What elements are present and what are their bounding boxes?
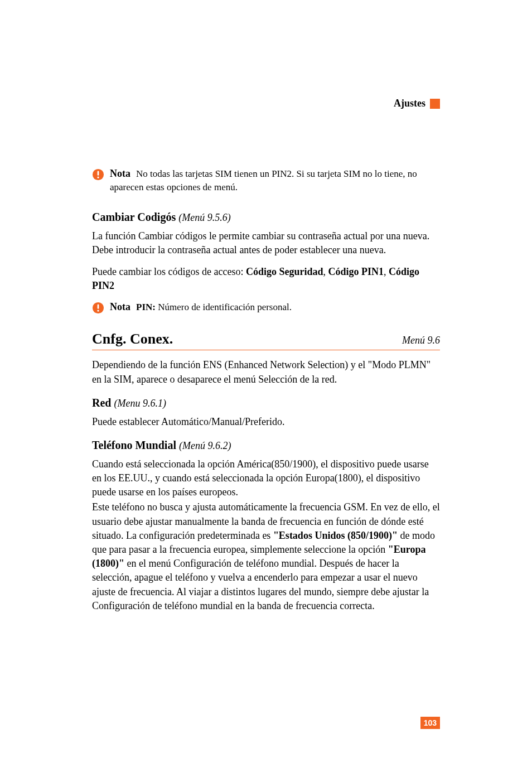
subheading-telefono-mundial: Teléfono Mundial (Menú 9.6.2) xyxy=(92,439,440,452)
note-label: Nota xyxy=(110,168,130,179)
note-rest: Número de identificación personal. xyxy=(156,302,292,312)
note-body: Nota No todas las tarjetas SIM tienen un… xyxy=(110,167,440,194)
subheading-text: Red xyxy=(92,397,111,409)
svg-rect-4 xyxy=(98,305,99,309)
svg-point-5 xyxy=(97,310,99,312)
paragraph-s3-p1: Puede establecer Automático/Manual/Prefe… xyxy=(92,415,440,429)
note-text: No todas las tarjetas SIM tienen un PIN2… xyxy=(110,168,417,192)
svg-rect-1 xyxy=(98,171,99,176)
paragraph-s1-p1: La función Cambiar códigos le permite ca… xyxy=(92,229,440,257)
paragraph-s2-p1: Dependiendo de la función ENS (Enhanced … xyxy=(92,358,440,386)
page-number: 103 xyxy=(420,717,440,729)
header-accent-square xyxy=(430,99,440,109)
subheading-cambiar-codigos: Cambiar Codigós (Menú 9.5.6) xyxy=(92,211,440,224)
alert-icon xyxy=(92,302,104,314)
note-body: Nota PIN: Número de identificación perso… xyxy=(110,301,440,314)
text-sep: , xyxy=(384,266,389,277)
header-title: Ajustes xyxy=(394,98,425,109)
subheading-red: Red (Menu 9.6.1) xyxy=(92,397,440,409)
subheading-menu: (Menú 9.6.2) xyxy=(179,440,231,451)
bold-codigo-seguridad: Código Seguridad xyxy=(246,266,323,277)
alert-icon xyxy=(92,168,104,181)
bold-codigo-pin1: Código PIN1 xyxy=(328,266,384,277)
note-label: Nota xyxy=(110,301,130,312)
paragraph-s4-p1: Cuando está seleccionada la opción Améri… xyxy=(92,457,440,500)
subheading-menu: (Menú 9.5.6) xyxy=(178,212,230,223)
bold-pin: PIN: xyxy=(136,302,156,312)
main-heading-text: Cnfg. Conex. xyxy=(92,331,173,347)
note-block-1: Nota No todas las tarjetas SIM tienen un… xyxy=(92,167,440,194)
subheading-text: Teléfono Mundial xyxy=(92,439,176,451)
bold-us: "Estados Unidos (850/1900)" xyxy=(273,530,398,541)
page-content: Nota No todas las tarjetas SIM tienen un… xyxy=(92,167,440,613)
subheading-text: Cambiar Codigós xyxy=(92,211,176,223)
paragraph-s4-p2: Este teléfono no busca y ajusta automáti… xyxy=(92,500,440,613)
main-heading-cnfg-conex: Cnfg. Conex. Menú 9.6 xyxy=(92,331,440,350)
note-block-2: Nota PIN: Número de identificación perso… xyxy=(92,301,440,314)
text-prefix: Puede cambiar los códigos de acceso: xyxy=(92,266,246,277)
main-heading-menu: Menú 9.6 xyxy=(402,335,440,346)
page-header: Ajustes xyxy=(394,98,440,109)
note-text: PIN: Número de identificación personal. xyxy=(136,302,292,312)
subheading-menu: (Menu 9.6.1) xyxy=(114,398,166,409)
text-c: en el menú Configuración de teléfono mun… xyxy=(92,558,429,611)
paragraph-s1-p2: Puede cambiar los códigos de acceso: Cód… xyxy=(92,265,440,293)
svg-point-2 xyxy=(97,176,99,178)
